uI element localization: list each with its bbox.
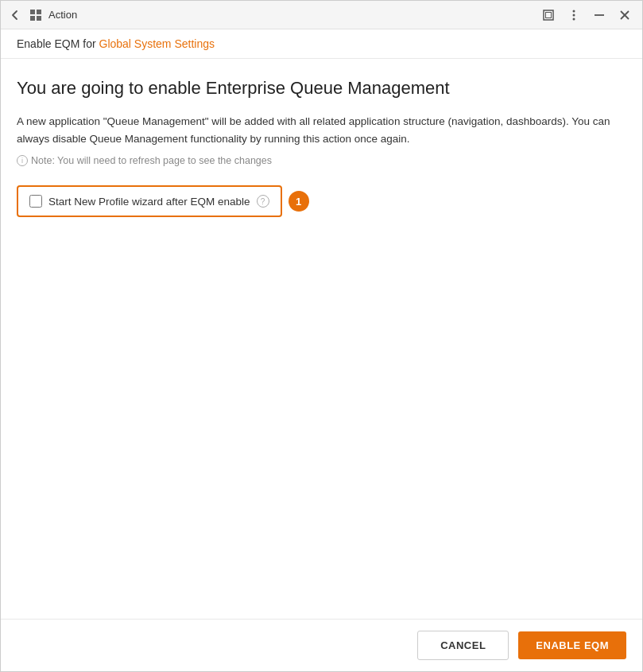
breadcrumb-link[interactable]: Global System Settings: [99, 37, 215, 50]
svg-rect-0: [30, 10, 35, 14]
expand-button[interactable]: [537, 4, 560, 26]
breadcrumb-prefix: Enable EQM for: [17, 37, 99, 50]
svg-rect-5: [546, 12, 552, 17]
checkbox-row: Start New Profile wizard after EQM enabl…: [17, 185, 626, 217]
titlebar-title: Action: [48, 9, 537, 21]
svg-point-6: [573, 10, 575, 12]
step-badge: 1: [289, 191, 309, 212]
enable-eqm-button[interactable]: ENABLE EQM: [518, 631, 626, 659]
titlebar: Action: [1, 1, 642, 29]
main-content: You are going to enable Enterprise Queue…: [1, 59, 642, 619]
cancel-button[interactable]: CANCEL: [417, 631, 509, 660]
minimize-button[interactable]: [588, 4, 610, 26]
note-area: i Note: You will need to refresh page to…: [17, 155, 626, 166]
svg-point-8: [573, 17, 575, 20]
eqm-checkbox[interactable]: [29, 195, 42, 208]
svg-rect-2: [30, 16, 35, 21]
checkbox-container[interactable]: Start New Profile wizard after EQM enabl…: [17, 185, 282, 217]
note-text: Note: You will need to refresh page to s…: [31, 155, 272, 166]
info-icon: i: [17, 155, 28, 166]
page-title: You are going to enable Enterprise Queue…: [17, 78, 626, 99]
description-text: A new application "Queue Management" wil…: [17, 113, 626, 147]
more-button[interactable]: [563, 4, 585, 26]
svg-rect-4: [544, 10, 553, 20]
window-controls: [537, 4, 636, 26]
back-button[interactable]: [7, 7, 23, 23]
svg-rect-1: [37, 10, 41, 14]
checkbox-label: Start New Profile wizard after EQM enabl…: [48, 196, 250, 208]
app-window: Action: [0, 0, 643, 672]
app-icon: [28, 7, 44, 23]
svg-rect-3: [37, 16, 41, 21]
close-button[interactable]: [614, 4, 636, 26]
help-icon[interactable]: ?: [257, 195, 269, 208]
breadcrumb: Enable EQM for Global System Settings: [1, 29, 642, 59]
footer: CANCEL ENABLE EQM: [1, 619, 642, 671]
svg-point-7: [573, 14, 575, 16]
